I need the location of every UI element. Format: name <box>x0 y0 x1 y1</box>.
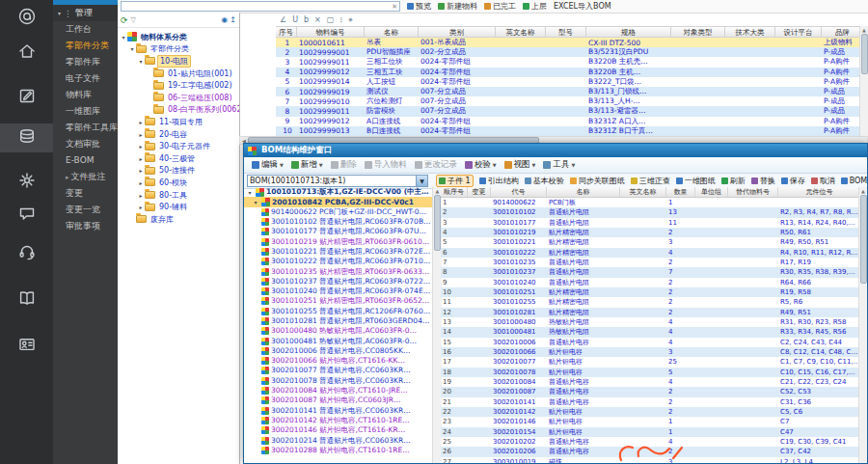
bom-tree-item[interactable]: 3001000480 热敏贴片电阻,AC0603FR-0… <box>244 326 432 336</box>
bom-row[interactable]: 233002010146贴片钽电容1C7 <box>441 417 859 426</box>
bom-row[interactable]: 153002010006普通贴片电容4C2, C24, C43, C44 <box>441 338 859 347</box>
rail-item-headset[interactable] <box>0 239 53 268</box>
新建物料-button[interactable]: 新建物料 <box>438 1 477 12</box>
引出结构-button[interactable]: 引出结构 <box>479 176 519 186</box>
视图-button[interactable]: 视图▼ <box>504 159 536 171</box>
mini-tool-icon[interactable]: ⁝ <box>339 15 342 24</box>
twisty-open-icon[interactable]: ▾ <box>137 58 145 65</box>
编辑-button[interactable]: 编辑▼ <box>252 159 284 171</box>
tree-node-40-三极管[interactable]: ▸40-三极管 <box>118 152 239 165</box>
bom-tree-item[interactable]: 3001000481 热敏贴片电阻,AC0603FR-0… <box>244 336 432 345</box>
chevron-down-icon[interactable]: ▼ <box>416 176 427 186</box>
table-row[interactable]: 910029999012A口连接线0024-零部件组B3231Z A口入…P-A… <box>276 117 868 126</box>
bom-row[interactable]: 73001010235普通贴片电阻2R17, R19 <box>441 258 859 267</box>
bom-tree-item[interactable]: 3002010214 普通贴片电容,CC0603KR… <box>244 435 432 445</box>
bom-row[interactable]: 43001010219贴片精密电阻2R50, R61 <box>441 228 859 237</box>
scroll-up-arrow[interactable]: ▲ <box>860 26 868 34</box>
tree-node-50-连接件[interactable]: ▸50-连接件 <box>118 165 239 177</box>
替换-button[interactable]: 替换 <box>751 176 775 186</box>
column-header-替代物料号[interactable]: 替代物料号 <box>728 187 778 197</box>
工具-button[interactable]: 工具▼ <box>543 159 575 171</box>
locate-icon[interactable]: ◉ <box>221 15 228 24</box>
bom-tree-item[interactable]: 3002010087 贴片钽电容,CC0603JR… <box>244 396 432 405</box>
bom-row[interactable]: 33001010177普通贴片电阻11R13, R14, R24, R40,… <box>441 218 859 228</box>
bom-tree-item[interactable]: 3002010288 贴片钽电容,CT1610-1RE… <box>244 446 432 455</box>
column-header-型号[interactable]: 型号 <box>546 27 586 37</box>
table-row[interactable]: 11000010611吊表001-吊表成品CX-III DTZ-500上级物料 <box>276 38 868 47</box>
rail-item-book[interactable] <box>0 286 53 314</box>
bom-tree-item[interactable]: 3002010078 普通贴片电容,CC0603KR… <box>244 376 432 386</box>
bom-tree-item[interactable]: 3001010102 普通贴片电阻,RC0603FR-070B… <box>244 217 432 227</box>
tree-node-90-辅料[interactable]: ▸90-辅料 <box>118 201 239 213</box>
scrollbar-thumb[interactable] <box>860 195 867 284</box>
app-logo[interactable] <box>0 4 53 33</box>
bom-row[interactable]: 113001010255贴片精密电阻2R5, R6 <box>441 297 859 307</box>
新增-button[interactable]: 新增▼ <box>291 159 323 171</box>
sidebar-item-文档审批[interactable]: 文档审批 <box>53 136 118 152</box>
column-header-单位组[interactable]: 单位组 <box>695 187 728 197</box>
twisty-closed-icon[interactable]: ▸ <box>137 119 145 125</box>
column-header-序号[interactable]: 序号 <box>276 27 297 37</box>
bom-version-combobox[interactable]: BOM(1001010713:版本1) ▼ <box>247 175 428 187</box>
column-header-设计平台[interactable]: 设计平台 <box>775 27 822 37</box>
sidebar-item-零部件分类[interactable]: 零部件分类 <box>53 38 118 54</box>
scrollbar-thumb[interactable] <box>434 195 441 251</box>
twisty-closed-icon[interactable]: ▸ <box>137 192 145 199</box>
scrollbar-thumb[interactable] <box>861 34 868 74</box>
bom-tree-item[interactable]: 3001010237 普通贴片电阻,RC0603FR-0722… <box>244 277 432 287</box>
sidebar-item-审批事项[interactable]: 审批事项 <box>53 218 118 234</box>
rail-item-settings-burst[interactable] <box>0 168 53 197</box>
vertical-scrollbar[interactable]: ▲ <box>859 26 868 136</box>
bom-tree-item[interactable]: 3002010141 普通贴片电容,CC0603KR… <box>244 406 432 416</box>
column-header-规格[interactable]: 规格 <box>586 27 671 37</box>
取消-button[interactable]: 取消 <box>811 176 835 186</box>
mini-tool-icon[interactable]: ∠ <box>280 15 286 24</box>
mini-tool-icon[interactable]: ▢ <box>327 15 335 24</box>
table-row[interactable]: 410029999012三相五工块0024-零部件组B3220B 主机…P-A购… <box>276 68 868 77</box>
bom-tree-item[interactable]: 3002010142 贴片钽电容,CT1610-1RE… <box>244 416 432 425</box>
sidebar-item-变更一览[interactable]: 变更一览 <box>53 202 118 218</box>
mini-tool-icon[interactable]: b <box>304 15 309 24</box>
column-header-对象类型[interactable]: 对象类型 <box>671 27 725 37</box>
table-row[interactable]: 210029999001PDU智能插座002-分立成品B3/5231汉白PDUP… <box>276 47 868 57</box>
bom-tree-item[interactable]: 9014000622 PCB门板+GZ-III-DCC_HWT-0… <box>244 207 432 217</box>
bom-row[interactable]: 53001010221贴片精密电阻3R49, R50, R51 <box>441 237 859 247</box>
bom-row[interactable]: 103001010251贴片精密电阻2R19, R58 <box>441 287 859 297</box>
tree-node-10-电阻[interactable]: ▾10-电阻 <box>118 55 239 68</box>
bom-row[interactable]: 143001000481热敏贴片电阻4R33, R34, R45, R56 <box>441 327 859 337</box>
rail-item-parts-stack[interactable] <box>0 123 53 152</box>
tree-node-30-电子元器件[interactable]: ▸30-电子元器件 <box>118 140 239 152</box>
sidebar-item-物料库[interactable]: 物料库 <box>53 87 118 103</box>
tree-node-01-贴片电阻(001)[interactable]: 01-贴片电阻(001) <box>118 68 239 80</box>
sidebar-item-E-BOM[interactable]: E-BOM <box>53 152 118 169</box>
filter-icon[interactable]: ▽ <box>131 16 136 24</box>
column-header-代号[interactable]: 代号 <box>491 187 547 197</box>
mini-tool-icon[interactable]: × <box>314 15 321 24</box>
rail-item-edit[interactable] <box>0 83 53 112</box>
rail-item-id-card[interactable] <box>0 332 53 361</box>
bom-row[interactable]: 243002010154贴片钽电容1C47 <box>441 427 859 437</box>
column-header-品牌[interactable]: 品牌 <box>822 27 864 37</box>
twisty-open-icon[interactable]: ▾ <box>246 189 254 196</box>
tree-node-06-三端稳压(008)[interactable]: 06-三端稳压(008) <box>118 92 239 104</box>
bom-row[interactable]: 23001010102普通贴片电阻13R2, R3, R4, R7, R8, R… <box>441 207 859 217</box>
column-header-顺序号[interactable]: 顺序号 <box>441 187 468 197</box>
clear-search-icon[interactable]: ✕ <box>390 3 399 11</box>
bom-tree-item[interactable]: 3002010006 普通贴片电容,CC0805KK… <box>244 346 432 356</box>
table-row[interactable]: 810029999011防雷模块007-分立成品B3/113-避雷器…P-成品 <box>276 106 868 116</box>
基本校验-button[interactable]: 基本校验 <box>525 176 564 186</box>
sidebar-item-电子文件[interactable]: 电子文件 <box>53 70 118 87</box>
column-header-元件位号[interactable]: 元件位号 <box>778 187 859 197</box>
tree-node-物料体系分类[interactable]: ▾物料体系分类 <box>118 31 239 43</box>
bom-tree-root[interactable]: ▾1001010713:版本1,GZ-IE-DCC-V00 (中主_(3) <box>244 187 432 197</box>
dialog-vertical-scrollbar[interactable]: ▲ <box>858 187 867 463</box>
scroll-up-arrow[interactable]: ▲ <box>859 187 867 195</box>
column-header-名称[interactable]: 名称 <box>365 27 419 37</box>
已完工-button[interactable]: 已完工 <box>484 1 516 12</box>
table-row[interactable]: 310029999011三相工位块0024-零部件组B3220B 主机壳…P-A… <box>276 57 868 67</box>
mini-tool-icon[interactable]: U <box>292 15 298 24</box>
twisty-closed-icon[interactable]: ▸ <box>137 204 145 210</box>
sidebar-item-变更[interactable]: 变更 <box>53 185 118 202</box>
table-row[interactable]: 610029999019测试仪007-分立成品B3/113_门锁线…P-成品 <box>276 87 868 96</box>
search-input[interactable] <box>122 3 390 11</box>
